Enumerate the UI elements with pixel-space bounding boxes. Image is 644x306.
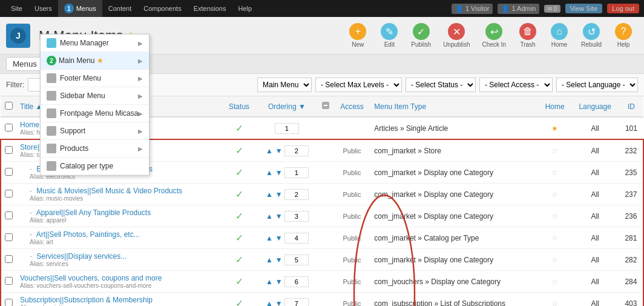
rebuild-button[interactable]: ↺ Rebuild (576, 21, 606, 50)
status-icon[interactable]: ✓ (235, 298, 243, 306)
status-icon[interactable]: ✓ (235, 189, 243, 199)
menu-item-catalog[interactable]: Catalog per type (41, 158, 149, 175)
order-input[interactable] (284, 298, 309, 307)
order-up-button[interactable]: ▲ (265, 256, 274, 264)
home-empty-star-icon[interactable]: ☆ (551, 190, 558, 199)
publish-button[interactable]: ✓ Publish (406, 21, 436, 50)
order-input[interactable] (284, 211, 309, 222)
item-title-link[interactable]: Music & Movies||Sell Music & Video Produ… (36, 187, 182, 195)
row-checkbox[interactable] (5, 190, 13, 198)
row-checkbox[interactable] (5, 146, 13, 154)
status-icon[interactable]: ✓ (235, 145, 243, 156)
trash-button[interactable]: 🗑 Trash (513, 21, 542, 50)
order-up-button[interactable]: ▲ (265, 190, 274, 199)
home-empty-star-icon[interactable]: ☆ (551, 147, 558, 155)
nav-help[interactable]: Help (232, 0, 258, 17)
order-up-button[interactable]: ▲ (265, 168, 274, 177)
item-title-link[interactable]: Vouchers||Sell vouchers, coupons and mor… (20, 274, 162, 282)
order-down-button[interactable]: ▼ (275, 278, 283, 286)
select-all-checkbox[interactable] (5, 102, 13, 110)
order-input[interactable] (284, 189, 309, 200)
order-down-button[interactable]: ▼ (275, 234, 283, 242)
status-icon[interactable]: ✓ (235, 254, 243, 265)
edit-button[interactable]: ✎ Edit (375, 21, 404, 50)
menus-subtoolbar-button[interactable]: Menus (6, 57, 44, 71)
status-icon[interactable]: ✓ (235, 123, 243, 133)
order-down-button[interactable]: ▼ (275, 168, 283, 177)
row-checkbox[interactable] (5, 211, 13, 219)
order-up-button[interactable]: ▲ (265, 147, 274, 155)
menu-item-products[interactable]: Products ▶ (41, 140, 149, 158)
filter-language-select[interactable]: - Select Language - (556, 78, 638, 92)
home-empty-star-icon[interactable]: ☆ (551, 256, 558, 264)
row-checkbox[interactable] (5, 168, 13, 176)
home-empty-star-icon[interactable]: ☆ (551, 168, 558, 177)
status-icon[interactable]: ✓ (235, 167, 243, 178)
nav-menus[interactable]: 1 Menus (58, 0, 102, 17)
order-input[interactable] (284, 254, 309, 265)
view-site-button[interactable]: View Site (565, 4, 603, 13)
nav-components[interactable]: Components (137, 0, 187, 17)
home-empty-star-icon[interactable]: ☆ (551, 212, 558, 221)
order-input[interactable] (284, 276, 309, 287)
new-button[interactable]: + New (343, 21, 372, 50)
menu-item-frontpage-menu[interactable]: Frontpage Menu Micasa ▶ (41, 105, 149, 122)
nav-site[interactable]: Site (5, 0, 28, 17)
order-up-button[interactable]: ▲ (265, 299, 274, 307)
menu-item-menu-manager[interactable]: Menu Manager ▶ (41, 35, 149, 52)
status-icon[interactable]: ✓ (235, 276, 243, 287)
row-checkbox[interactable] (5, 255, 13, 263)
th-ordering[interactable]: Ordering ▼ (256, 96, 318, 117)
row-checkbox[interactable] (5, 233, 13, 241)
nav-content[interactable]: Content (102, 0, 138, 17)
filter-max-levels-select[interactable]: - Select Max Levels - (315, 78, 402, 92)
help-button[interactable]: ? Help (609, 21, 638, 50)
status-icon[interactable]: ✓ (235, 211, 243, 221)
nav-extensions[interactable]: Extensions (188, 0, 232, 17)
item-title-link[interactable]: Apparel||Sell Any Tangible Products (36, 208, 151, 217)
order-down-button[interactable]: ▼ (275, 299, 283, 307)
checkin-button[interactable]: ↩ Check In (478, 21, 511, 50)
menu-item-support[interactable]: Support ▶ (41, 122, 149, 140)
order-down-button[interactable]: ▼ (275, 147, 283, 155)
item-title-link[interactable]: Art||Sell Photos, Paintings, etc... (36, 230, 140, 239)
th-language[interactable]: Language (571, 96, 619, 117)
unpublish-button[interactable]: ✕ Unpublish (438, 21, 475, 50)
home-button[interactable]: ⌂ Home (545, 21, 574, 50)
filter-status-select[interactable]: - Select Status - (406, 78, 476, 92)
menus-dropdown[interactable]: Menu Manager ▶ 2 Main Menu ★ ▶ Footer Me… (40, 34, 150, 176)
order-input[interactable] (275, 123, 299, 134)
nav-users[interactable]: Users (28, 0, 58, 17)
menu-item-footer-menu[interactable]: Footer Menu ▶ (41, 70, 149, 87)
th-status[interactable]: Status (222, 96, 256, 117)
row-checkbox[interactable] (5, 299, 13, 307)
item-title-link[interactable]: Subscription||Subscription & Membership (20, 296, 153, 304)
menu-item-main-menu[interactable]: 2 Main Menu ★ ▶ (41, 52, 149, 70)
th-checkbox[interactable] (1, 96, 16, 117)
menu-item-sidebar-menu[interactable]: Sidebar Menu ▶ (41, 87, 149, 105)
order-input[interactable] (284, 167, 309, 178)
item-title-link[interactable]: Services||Display services... (36, 252, 126, 261)
order-up-button[interactable]: ▲ (265, 278, 274, 286)
home-star-icon[interactable]: ★ (551, 124, 558, 133)
filter-access-select[interactable]: - Select Access - (479, 78, 553, 92)
th-id[interactable]: ID (619, 96, 643, 117)
filter-menu-select[interactable]: Main Menu (257, 78, 312, 92)
status-icon[interactable]: ✓ (235, 233, 243, 243)
item-title-link[interactable]: Home (20, 121, 39, 129)
home-empty-star-icon[interactable]: ☆ (551, 234, 558, 242)
row-checkbox[interactable] (5, 124, 13, 131)
th-type[interactable]: Menu Item Type (370, 96, 539, 117)
th-home[interactable]: Home (539, 96, 571, 117)
order-down-button[interactable]: ▼ (275, 256, 283, 264)
order-down-button[interactable]: ▼ (275, 212, 283, 221)
order-input[interactable] (284, 233, 309, 244)
order-up-button[interactable]: ▲ (265, 212, 274, 221)
order-up-button[interactable]: ▲ (265, 234, 274, 242)
home-empty-star-icon[interactable]: ☆ (551, 278, 558, 286)
logout-button[interactable]: Log out (607, 4, 639, 13)
row-checkbox[interactable] (5, 277, 13, 285)
home-empty-star-icon[interactable]: ☆ (551, 299, 558, 307)
order-input[interactable] (284, 145, 309, 156)
th-access[interactable]: Access (334, 96, 371, 117)
